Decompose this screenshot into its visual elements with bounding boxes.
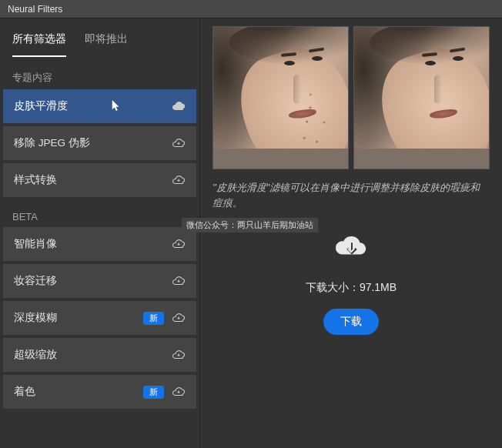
- filter-label: 妆容迁移: [14, 274, 172, 288]
- filter-style-transfer[interactable]: 样式转换: [3, 163, 196, 197]
- cloud-download-icon[interactable]: [172, 237, 186, 251]
- featured-filter-list: 皮肤平滑度 移除 JPEG 伪影 样式转换: [0, 89, 199, 197]
- section-header-beta: BETA: [0, 197, 199, 227]
- cloud-download-icon[interactable]: [172, 348, 186, 362]
- cloud-download-icon[interactable]: [172, 311, 186, 325]
- cursor-pointer-icon: [111, 99, 122, 113]
- preview-after: [353, 26, 490, 169]
- filter-label: 智能肖像: [14, 237, 172, 251]
- cloud-download-icon[interactable]: [172, 385, 186, 399]
- cloud-download-icon[interactable]: [172, 136, 186, 150]
- preview-pair: [213, 26, 490, 169]
- window-title: Neural Filters: [8, 4, 62, 15]
- preview-before: [213, 26, 349, 169]
- filter-label: 深度模糊: [14, 311, 143, 325]
- section-header-featured: 专题内容: [0, 57, 199, 89]
- filter-jpeg-artifacts[interactable]: 移除 JPEG 伪影: [3, 126, 196, 160]
- download-size-label: 下载大小：97.1MB: [306, 281, 397, 295]
- tab-all-filters[interactable]: 所有筛选器: [12, 32, 66, 57]
- filter-label: 皮肤平滑度: [14, 99, 172, 113]
- filter-tabs: 所有筛选器 即将推出: [0, 18, 199, 57]
- filter-colorize[interactable]: 着色 新: [3, 375, 196, 409]
- cloud-download-large-icon: [333, 232, 369, 267]
- filter-label: 移除 JPEG 伪影: [14, 136, 172, 150]
- left-panel: 所有筛选器 即将推出 专题内容 皮肤平滑度 移除 JPEG 伪影: [0, 18, 200, 448]
- filter-description: "皮肤光滑度"滤镜可以在肖像中进行调整并移除皮肤的瑕疵和痘痕。: [213, 180, 490, 210]
- filter-label: 着色: [14, 385, 143, 399]
- filter-smart-portrait[interactable]: 智能肖像: [3, 227, 196, 261]
- cloud-download-icon[interactable]: [172, 99, 186, 113]
- right-panel: "皮肤光滑度"滤镜可以在肖像中进行调整并移除皮肤的瑕疵和痘痕。 下载大小：97.…: [200, 18, 502, 448]
- filter-skin-smoothing[interactable]: 皮肤平滑度: [3, 89, 196, 123]
- download-block: 下载大小：97.1MB 下载: [213, 232, 490, 335]
- filter-label: 样式转换: [14, 173, 172, 187]
- filter-super-zoom[interactable]: 超级缩放: [3, 338, 196, 372]
- cloud-download-icon[interactable]: [172, 274, 186, 288]
- beta-filter-list: 智能肖像 妆容迁移 深度模糊 新 超级缩放 着色 新: [0, 227, 199, 409]
- cloud-download-icon[interactable]: [172, 173, 186, 187]
- filter-label: 超级缩放: [14, 348, 172, 362]
- badge-new: 新: [143, 312, 164, 325]
- window-title-bar: Neural Filters: [0, 0, 502, 18]
- tab-coming-soon[interactable]: 即将推出: [85, 32, 128, 57]
- watermark-text: 微信公众号：两只山羊后期加油站: [182, 218, 318, 232]
- filter-makeup-transfer[interactable]: 妆容迁移: [3, 264, 196, 298]
- filter-depth-blur[interactable]: 深度模糊 新: [3, 301, 196, 335]
- badge-new: 新: [143, 386, 164, 399]
- download-button[interactable]: 下载: [323, 309, 379, 335]
